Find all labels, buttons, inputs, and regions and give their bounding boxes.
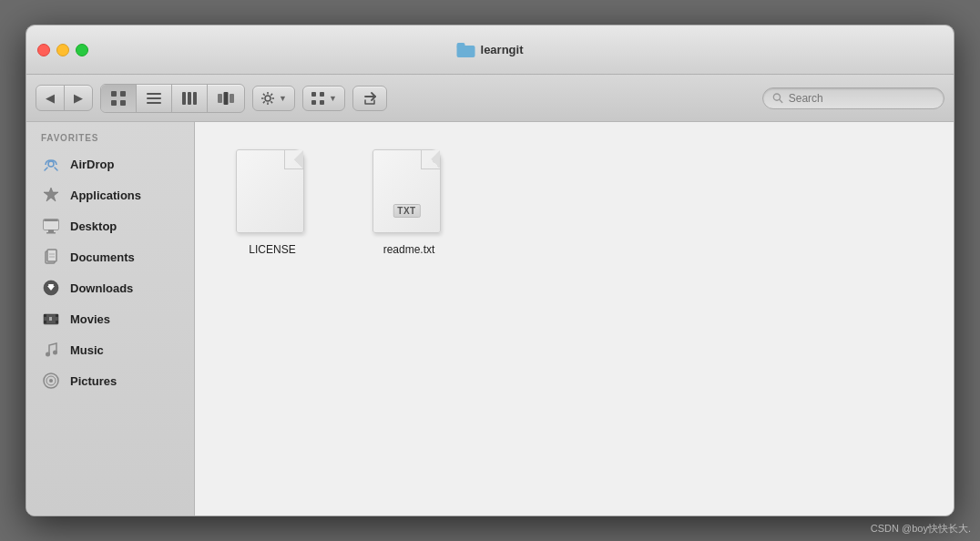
nav-group: ◀ ▶: [36, 85, 93, 111]
share-icon: [362, 91, 377, 106]
toolbar: ◀ ▶: [26, 75, 954, 122]
favorites-label: FAVORITES: [26, 133, 194, 148]
svg-rect-3: [120, 100, 126, 106]
svg-rect-23: [320, 92, 324, 97]
file-item-readme[interactable]: TXT readme.txt: [368, 149, 450, 258]
action-button[interactable]: ▼: [252, 86, 295, 111]
window-title: learngit: [481, 43, 524, 56]
license-file-icon: [236, 149, 309, 236]
svg-rect-12: [230, 94, 234, 103]
svg-rect-25: [320, 100, 324, 105]
action-chevron: ▼: [279, 94, 287, 103]
finder-window: learngit ◀ ▶: [26, 25, 954, 516]
airdrop-icon: [41, 154, 61, 174]
downloads-icon: [41, 278, 61, 298]
svg-rect-42: [48, 284, 54, 286]
sidebar-item-airdrop-label: AirDrop: [70, 158, 114, 171]
svg-rect-44: [44, 314, 46, 317]
gear-icon: [260, 91, 275, 106]
svg-rect-45: [56, 314, 58, 317]
svg-rect-7: [182, 92, 186, 105]
music-icon: [41, 340, 61, 360]
column-view-icon: [181, 90, 198, 107]
svg-point-50: [53, 351, 57, 355]
svg-rect-5: [147, 97, 161, 99]
sidebar-item-desktop[interactable]: Desktop: [26, 210, 194, 241]
documents-icon: [41, 247, 61, 267]
svg-line-18: [263, 93, 265, 95]
svg-point-49: [46, 352, 50, 357]
window-title-area: learngit: [457, 43, 524, 57]
back-button[interactable]: ◀: [36, 86, 65, 110]
forward-button[interactable]: ▶: [65, 86, 92, 110]
svg-rect-1: [120, 91, 126, 97]
svg-rect-24: [311, 100, 316, 105]
svg-rect-2: [111, 100, 117, 106]
titlebar: learngit: [26, 26, 954, 75]
svg-rect-48: [49, 317, 52, 321]
share-button[interactable]: [352, 86, 387, 111]
svg-line-28: [780, 99, 782, 102]
grid-view-icon: [110, 90, 127, 107]
list-view-icon: [146, 90, 162, 107]
svg-rect-11: [224, 92, 229, 105]
sidebar-item-movies[interactable]: Movies: [26, 303, 194, 334]
coverflow-view-button[interactable]: [208, 85, 244, 112]
arrange-button[interactable]: ▼: [302, 86, 345, 111]
svg-point-29: [48, 161, 54, 167]
sidebar-item-airdrop[interactable]: AirDrop: [26, 148, 194, 179]
readme-file-name: readme.txt: [383, 243, 435, 258]
desktop-icon: [41, 216, 61, 236]
svg-rect-0: [111, 91, 117, 97]
svg-rect-46: [44, 321, 46, 323]
content-area: LICENSE TXT readme.txt: [195, 122, 954, 515]
sidebar-item-documents-label: Documents: [70, 250, 135, 264]
file-item-license[interactable]: LICENSE: [231, 149, 313, 258]
svg-line-20: [271, 93, 272, 95]
svg-rect-6: [147, 102, 161, 104]
arrange-icon: [311, 91, 325, 106]
arrange-chevron: ▼: [329, 94, 337, 103]
svg-rect-4: [147, 93, 161, 95]
svg-marker-30: [44, 188, 58, 201]
readme-file-icon: TXT: [373, 149, 445, 236]
sidebar-item-applications[interactable]: Applications: [26, 179, 194, 210]
search-icon: [772, 92, 783, 104]
svg-line-21: [263, 101, 265, 103]
sidebar-item-pictures[interactable]: Pictures: [26, 365, 194, 396]
sidebar-item-desktop-label: Desktop: [70, 219, 117, 233]
svg-rect-47: [56, 321, 58, 323]
svg-rect-35: [46, 232, 56, 234]
list-view-button[interactable]: [137, 85, 172, 112]
svg-point-53: [49, 379, 53, 383]
movies-icon: [41, 309, 61, 329]
sidebar-item-downloads-label: Downloads: [70, 281, 133, 295]
close-button[interactable]: [37, 44, 50, 56]
folder-icon: [457, 43, 475, 57]
maximize-button[interactable]: [76, 44, 88, 56]
sidebar-item-downloads[interactable]: Downloads: [26, 272, 194, 303]
svg-rect-10: [218, 94, 222, 103]
svg-rect-34: [48, 230, 54, 232]
svg-rect-8: [188, 92, 191, 105]
svg-rect-22: [311, 92, 316, 97]
sidebar: FAVORITES AirDrop: [26, 122, 195, 515]
icon-view-button[interactable]: [101, 85, 137, 112]
sidebar-item-music-label: Music: [70, 343, 104, 357]
sidebar-item-movies-label: Movies: [70, 312, 110, 326]
svg-rect-37: [47, 250, 56, 261]
minimize-button[interactable]: [56, 44, 69, 56]
search-input[interactable]: [789, 92, 934, 105]
sidebar-item-documents[interactable]: Documents: [26, 241, 194, 272]
license-file-name: LICENSE: [249, 243, 295, 258]
txt-badge: TXT: [393, 204, 420, 218]
svg-point-13: [265, 96, 271, 101]
svg-line-19: [271, 101, 272, 103]
search-box: [762, 87, 944, 109]
window-controls: [37, 44, 88, 56]
column-view-button[interactable]: [172, 85, 208, 112]
sidebar-item-applications-label: Applications: [70, 189, 141, 202]
sidebar-item-music[interactable]: Music: [26, 334, 194, 365]
svg-rect-9: [193, 92, 197, 105]
sidebar-item-pictures-label: Pictures: [70, 374, 117, 388]
